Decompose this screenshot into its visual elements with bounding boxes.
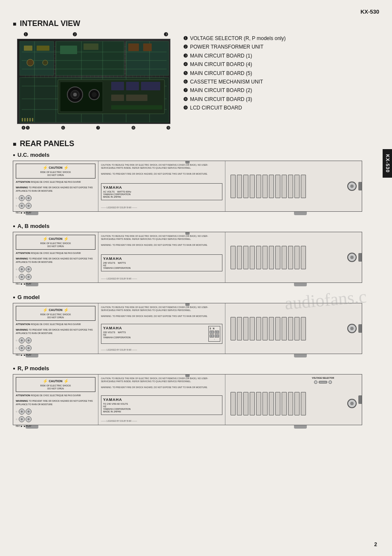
panel-middle-uc: CAUTION: TO REDUCE THE RISK OF ELECTRIC … — [98, 161, 225, 211]
list-item-7: ❼ MAIN CIRCUIT BOARD (2) — [183, 86, 379, 95]
attention-uc: ATTENTION RISQUE DE CHOC ELECTRIQUE NE P… — [16, 180, 95, 184]
headphone-jack-uc — [347, 181, 357, 191]
vol-sel-left-icon[interactable] — [314, 380, 317, 384]
page-number: 2 — [374, 542, 377, 547]
switch-n-g[interactable]: N — [215, 331, 219, 334]
ts-9-ab — [282, 246, 287, 269]
panel-wrapper-ab: ⚡ CAUTION ⚡ RISK OF ELECTRIC SHOCKDO NOT… — [13, 232, 379, 286]
warning-ab: WARNING TO PREVENT FIRE OR SHOCK HAZARD … — [16, 257, 95, 264]
svg-rect-35 — [126, 95, 147, 101]
compliance-ab: -------- LICENSED BY DOLBY B-NR -------- — [101, 278, 222, 280]
panel-right-ab — [225, 232, 362, 282]
switch-h-g[interactable]: H — [215, 334, 219, 337]
svg-rect-17 — [37, 46, 49, 51]
item-num-4: ❹ — [183, 60, 188, 69]
panel-drawing-uc: ⚡ CAUTION ⚡ RISK OF ELECTRIC SHOCKDO NOT… — [13, 161, 362, 212]
warning-g: WARNING TO PREVENT FIRE OR SHOCK HAZARD … — [16, 328, 95, 335]
rear-panels-title: REAR PANELS — [13, 139, 379, 148]
foot-right-uc — [294, 212, 307, 215]
lightning-right-g-icon: ⚡ — [63, 308, 69, 312]
vol-sel-slider[interactable] — [319, 381, 327, 383]
svg-rect-40 — [29, 118, 31, 121]
svg-point-30 — [92, 92, 97, 97]
switch-row-1-g: S N — [210, 331, 219, 334]
ts-10-g — [288, 317, 293, 340]
panel-left-rp: ⚡ CAUTION ⚡ RISK OF ELECTRIC SHOCKDO NOT… — [13, 375, 98, 425]
label-8: ❽ — [131, 125, 135, 131]
panel-left-g: ⚡ CAUTION ⚡ RISK OF ELECTRIC SHOCKDO NOT… — [13, 303, 98, 354]
item-text-3: MAIN CIRCUIT BOARD (1) — [190, 52, 252, 60]
ts-2-g — [237, 317, 242, 340]
label-2: ❷ — [72, 32, 77, 37]
rca-pair-2-uc — [19, 203, 32, 209]
item-num-3: ❸ — [183, 52, 188, 60]
ts-5-ab — [256, 246, 261, 269]
yamaha-logo-ab: YAMAHA — [103, 256, 220, 261]
caution-box-g: ⚡ CAUTION ⚡ RISK OF ELECTRIC SHOCKDO NOT… — [16, 306, 95, 321]
right-edge-ab — [358, 253, 362, 262]
ts-3-g — [243, 317, 248, 340]
svg-rect-19 — [84, 43, 98, 50]
ts-12-ab — [301, 246, 306, 269]
rear-panel-rp: R, P models ⚡ CAUTION ⚡ RISK OF ELECTRIC… — [13, 365, 379, 429]
ts-11-g — [294, 317, 300, 340]
rca-3-g — [19, 345, 25, 351]
ts-8-rp — [275, 392, 280, 415]
component-list: ❶ VOLTAGE SELECTOR (R, P models only) ❷ … — [183, 34, 379, 112]
panel-wrapper-rp: ⚡ CAUTION ⚡ RISK OF ELECTRIC SHOCKDO NOT… — [13, 374, 379, 429]
rca-2-uc — [26, 195, 32, 201]
tape-slot-5-uc — [256, 175, 261, 198]
lightning-right-ab-icon: ⚡ — [63, 236, 69, 241]
panel-right-rp: VOLTAGE SELECTOR — [225, 375, 362, 425]
panel-drawing-g: ⚡ CAUTION ⚡ RISK OF ELECTRIC SHOCKDO NOT… — [13, 303, 362, 354]
fine-text-g: CAUTION: TO REDUCE THE RISK OF ELECTRIC … — [101, 306, 222, 318]
panel-right-g — [225, 303, 362, 354]
caution-text-rp: RISK OF ELECTRIC SHOCKDO NOT OPEN — [18, 384, 93, 390]
label-3: ❸ — [164, 32, 168, 37]
svg-rect-18 — [60, 46, 77, 54]
yamaha-info-g: YAMAHA 220 VOLTS WATTS HZ YAMAHA CORPORA… — [101, 324, 222, 344]
internal-view-title: INTERNAL VIEW — [13, 19, 175, 28]
rca-pair-1-uc — [19, 195, 32, 201]
caution-box-rp: ⚡ CAUTION ⚡ RISK OF ELECTRIC SHOCKDO NOT… — [16, 377, 95, 392]
item-text-6: CASSETTE MECHANISM UNIT — [190, 78, 263, 86]
rca-pair-2-ab — [19, 274, 32, 280]
model-label-rp: R, P models — [13, 365, 379, 372]
svg-rect-33 — [141, 82, 160, 90]
switch-d-g[interactable]: D — [210, 334, 214, 337]
ts-11-ab — [294, 246, 300, 269]
caution-title-rp: ⚡ CAUTION ⚡ — [18, 379, 93, 383]
rca-pair-2-rp — [19, 416, 32, 422]
caution-text-g: RISK OF ELECTRIC SHOCKDO NOT OPEN — [18, 313, 93, 319]
list-item-9: ❾ LCD CIRCUIT BOARD — [183, 104, 379, 112]
panel-middle-g: CAUTION: TO REDUCE THE RISK OF ELECTRIC … — [98, 303, 225, 354]
rear-panel-g: G model ⚡ CAUTION ⚡ RISK OF ELECTRIC SHO… — [13, 294, 379, 357]
yamaha-logo-uc: YAMAHA — [103, 185, 220, 190]
tape-slot-10-uc — [288, 175, 293, 198]
item-num-6: ❻ — [183, 78, 188, 86]
rca-pair-1-rp — [19, 409, 32, 415]
ts-12-rp — [301, 392, 306, 415]
panel-right-uc — [225, 161, 362, 211]
headphone-jack-ab — [347, 253, 357, 262]
attention-ab: ATTENTION RISQUE DE CHOC ELECTRIQUE NE P… — [16, 251, 95, 255]
tape-slot-8-uc — [275, 175, 280, 198]
yamaha-logo-rp: YAMAHA — [103, 398, 220, 402]
rca-2-g — [26, 337, 32, 343]
switch-s-g[interactable]: S — [210, 331, 214, 334]
internal-view-section: INTERNAL VIEW ❶ ❷ ❸ — [13, 19, 379, 131]
ts-8-ab — [275, 246, 280, 269]
rear-panels-section: REAR PANELS U.C. models ⚡ CAUTION ⚡ — [13, 139, 379, 429]
top-connector-uc — [185, 161, 190, 164]
caution-title-g: ⚡ CAUTION ⚡ — [18, 308, 93, 312]
fine-text-uc: CAUTION: TO REDUCE THE RISK OF ELECTRIC … — [101, 164, 222, 176]
top-connector-ab — [185, 232, 190, 235]
rca-4-rp — [26, 416, 32, 422]
connector-labels-g: REC ▶ ▶ PLAY — [16, 354, 95, 356]
rear-panel-uc: U.C. models ⚡ CAUTION ⚡ — [13, 152, 379, 215]
vol-sel-right-icon[interactable] — [329, 380, 332, 384]
label-9: ❾ — [166, 125, 170, 131]
item-num-2: ❷ — [183, 43, 188, 51]
right-edge-g — [358, 324, 362, 333]
svg-rect-36 — [111, 105, 162, 109]
